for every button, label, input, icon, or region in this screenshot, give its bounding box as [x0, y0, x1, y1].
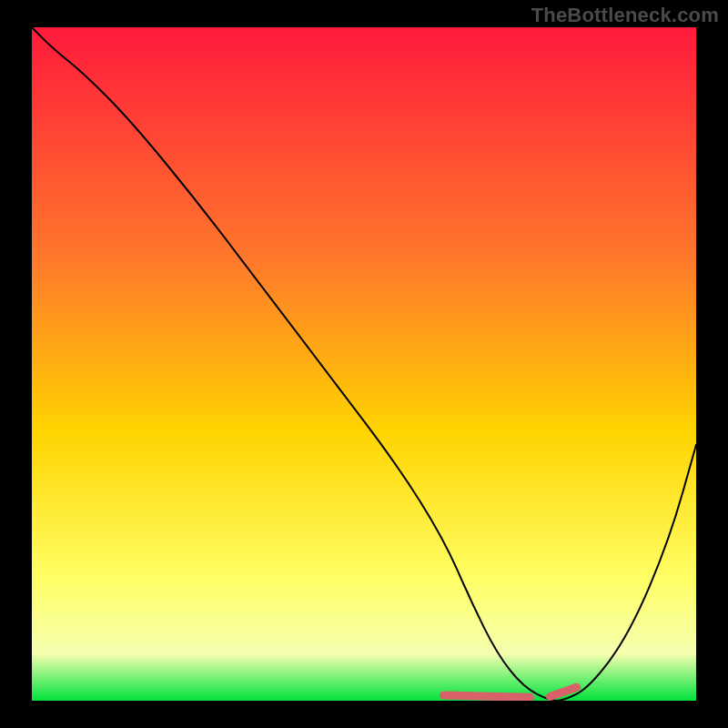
bottleneck-chart — [32, 27, 696, 701]
plot-area — [32, 27, 696, 701]
chart-frame: TheBottleneck.com — [0, 0, 728, 728]
watermark-text: TheBottleneck.com — [531, 4, 719, 27]
flat-segment-left — [444, 695, 531, 697]
gradient-background — [32, 27, 696, 701]
